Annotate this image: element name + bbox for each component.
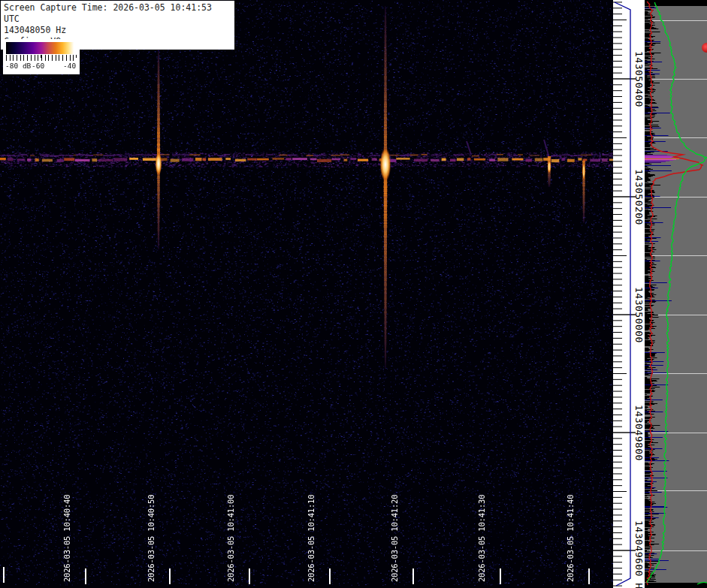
time-axis-tick	[329, 568, 331, 584]
frequency-axis-label: 143050200	[633, 169, 645, 225]
time-axis-tick	[412, 568, 414, 584]
colorbar-label-min: -80 dB	[5, 62, 31, 70]
time-axis-tick	[3, 567, 5, 583]
time-axis-tick	[500, 568, 501, 584]
recording-indicator-dot	[702, 43, 707, 53]
time-axis-label: 2026-03-05 10:40:50	[146, 495, 156, 582]
time-axis-label: 2026-03-05 10:41:30	[476, 495, 487, 582]
frequency-axis-label: 143050400	[633, 51, 645, 107]
intensity-colorbar: -80 dB -60 -40	[3, 39, 80, 74]
frequency-axis-label: 143049800	[633, 405, 645, 461]
frequency-axis-label: 143050000	[633, 287, 645, 343]
time-axis-label: 2026-03-05 10:41:20	[389, 495, 400, 582]
time-axis-label: 2026-03-05 10:41:10	[306, 495, 316, 582]
capture-time-text: Screen Capture Time: 2026-03-05 10:41:53…	[4, 2, 231, 25]
time-axis-tick	[588, 568, 590, 584]
spectrum-graph	[645, 0, 707, 588]
capture-frequency-text: 143048050 Hz	[4, 25, 231, 36]
frequency-axis-label: 143049600 Hz	[633, 520, 645, 588]
colorbar-gradient	[6, 42, 77, 54]
colorbar-label-mid: -60	[32, 62, 44, 70]
colorbar-label-max: -40	[63, 62, 76, 70]
time-axis-label: 2026-03-05 10:40:40	[62, 495, 72, 582]
colorbar-ticks	[6, 55, 77, 61]
spectrum-lab-capture: 143050400 143050200 143050000 143049800 …	[0, 0, 707, 588]
time-axis-tick	[249, 568, 250, 584]
time-axis-label: 2026-03-05 10:41:40	[565, 495, 576, 582]
time-axis-label: 2026-03-05 10:41:00	[225, 495, 236, 582]
time-axis-tick	[169, 568, 171, 584]
time-axis-tick	[85, 568, 86, 584]
